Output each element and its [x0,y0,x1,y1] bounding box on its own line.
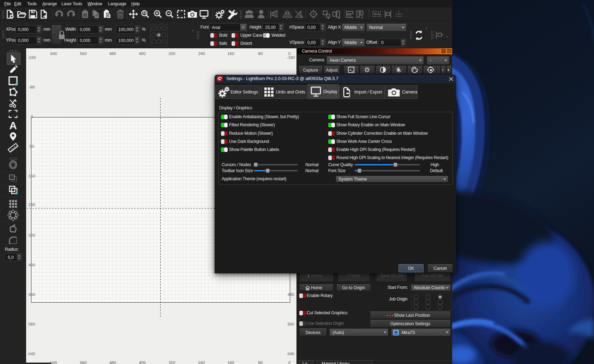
svg-text:A: A [9,120,17,131]
